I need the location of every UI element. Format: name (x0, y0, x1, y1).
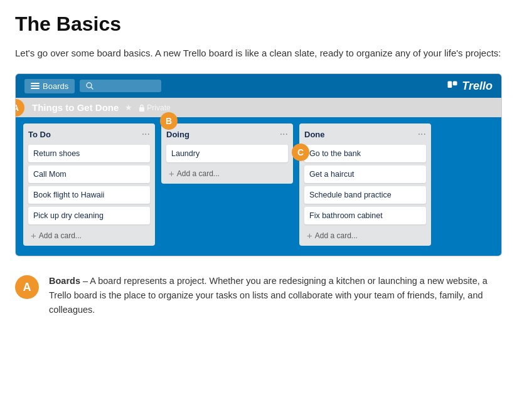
board-name: Things to Get Done (32, 102, 119, 113)
card-dry-cleaning[interactable]: Pick up dry cleaning (28, 207, 150, 224)
list-doing-title: Doing (166, 130, 189, 139)
add-icon: + (31, 231, 36, 240)
description-body: – A board represents a project. Whether … (49, 276, 488, 315)
board-content: B C To Do ··· Return shoes Call Mom Book… (16, 117, 501, 256)
list-doing-header: Doing ··· (166, 129, 288, 140)
top-bar-left: Boards (24, 79, 161, 93)
trello-logo-text: Trello (462, 80, 493, 93)
list-doing-menu-icon[interactable]: ··· (280, 129, 288, 140)
card-bathroom-cabinet[interactable]: Fix bathroom cabinet (304, 207, 426, 224)
trello-logo-icon (447, 80, 458, 92)
board-star-icon: ★ (125, 103, 132, 112)
trello-screenshot: Boards Trello A Things to Get Done ★ (15, 73, 502, 256)
add-card-label: Add a card... (39, 231, 82, 240)
badge-c: C (292, 144, 309, 161)
list-done-title: Done (304, 130, 325, 139)
card-call-mom[interactable]: Call Mom (28, 165, 150, 183)
add-card-doing-label: Add a card... (177, 169, 220, 178)
svg-line-1 (91, 87, 93, 89)
boards-label: Boards (43, 81, 68, 91)
intro-paragraph: Let's go over some board basics. A new T… (15, 46, 502, 61)
boards-icon (31, 82, 40, 90)
list-todo-menu-icon[interactable]: ··· (142, 129, 150, 140)
add-icon-done: + (307, 231, 312, 240)
description-keyword: Boards (49, 276, 80, 286)
board-visibility: Private (139, 103, 170, 112)
svg-rect-2 (448, 81, 452, 88)
card-book-flight[interactable]: Book flight to Hawaii (28, 186, 150, 204)
add-card-doing[interactable]: + Add a card... (166, 165, 288, 180)
list-done-menu-icon[interactable]: ··· (418, 129, 426, 140)
list-todo-title: To Do (28, 130, 51, 139)
list-done: Done ··· Go to the bank Get a haircut Sc… (299, 123, 431, 246)
card-bank[interactable]: Go to the bank (304, 145, 426, 162)
add-icon-doing: + (169, 169, 174, 178)
trello-top-bar: Boards Trello (16, 74, 501, 98)
description-paragraph: Boards – A board represents a project. W… (49, 274, 502, 318)
badge-b: B (160, 112, 178, 130)
trello-logo: Trello (447, 80, 493, 93)
list-done-header: Done ··· (304, 129, 426, 140)
card-laundry[interactable]: Laundry (166, 145, 288, 162)
svg-rect-3 (453, 81, 457, 86)
page-title: The Basics (15, 13, 502, 36)
card-haircut[interactable]: Get a haircut (304, 165, 426, 183)
card-band-practice[interactable]: Schedule band practice (304, 186, 426, 204)
add-card-todo[interactable]: + Add a card... (28, 228, 150, 242)
add-card-done-label: Add a card... (315, 231, 358, 240)
badge-a-large: A (15, 275, 39, 299)
search-bar[interactable] (80, 80, 161, 92)
search-icon (86, 82, 93, 90)
boards-button[interactable]: Boards (24, 79, 75, 93)
list-doing: Doing ··· Laundry + Add a card... (161, 123, 293, 184)
svg-rect-4 (139, 107, 144, 112)
badge-a-header: A (15, 99, 24, 117)
description-section: A Boards – A board represents a project.… (15, 274, 502, 318)
add-card-done[interactable]: + Add a card... (304, 228, 426, 242)
lock-icon (139, 104, 145, 112)
card-return-shoes[interactable]: Return shoes (28, 145, 150, 162)
board-title-bar: A Things to Get Done ★ Private (16, 98, 501, 117)
list-todo-header: To Do ··· (28, 129, 150, 140)
list-todo: To Do ··· Return shoes Call Mom Book fli… (23, 123, 155, 246)
